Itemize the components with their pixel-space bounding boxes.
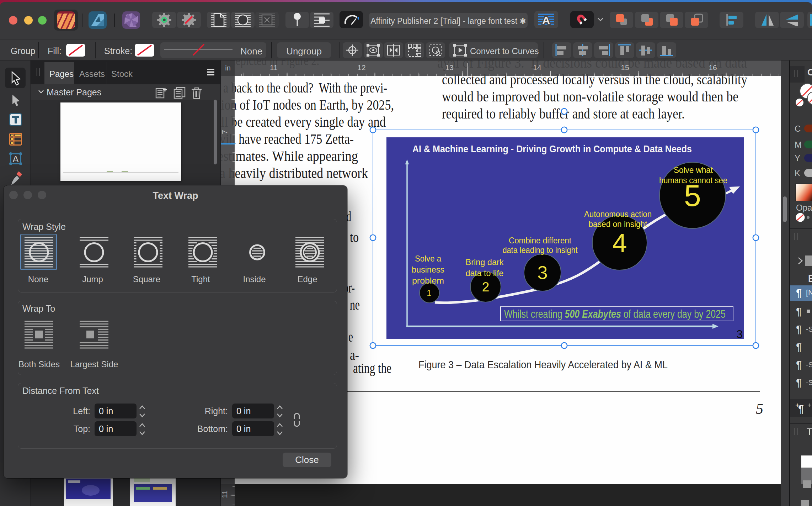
- svg-text:ne: ne: [350, 296, 360, 313]
- svg-text:a heavily distributed network: a heavily distributed network: [221, 165, 368, 181]
- svg-text:to: to: [350, 229, 359, 245]
- svg-text:5: 5: [756, 401, 763, 417]
- svg-text:ion of IoT nodes on Earth, by: ion of IoT nodes on Earth, by 2025,: [221, 96, 394, 113]
- svg-text:A: A: [542, 14, 550, 26]
- svg-text:A: A: [12, 154, 19, 164]
- svg-text:Figure 3 – Data Escalation Hea: Figure 3 – Data Escalation Heavily Accel…: [418, 359, 668, 370]
- svg-text:ating the: ating the: [353, 360, 391, 376]
- svg-text:e: e: [348, 328, 353, 345]
- svg-text:a back to the cloud? With the: a back to the cloud? With the previ-: [223, 79, 387, 96]
- svg-text:vill have reached 175 Zetta-: vill have reached 175 Zetta-: [221, 131, 354, 147]
- svg-text:ll be created every single day: ll be created every single day and: [221, 114, 386, 130]
- svg-text:would be improved but non-vola: would be improved but non-volatile stora…: [442, 88, 738, 105]
- svg-text:estimates. While appearing: estimates. While appearing: [221, 148, 358, 164]
